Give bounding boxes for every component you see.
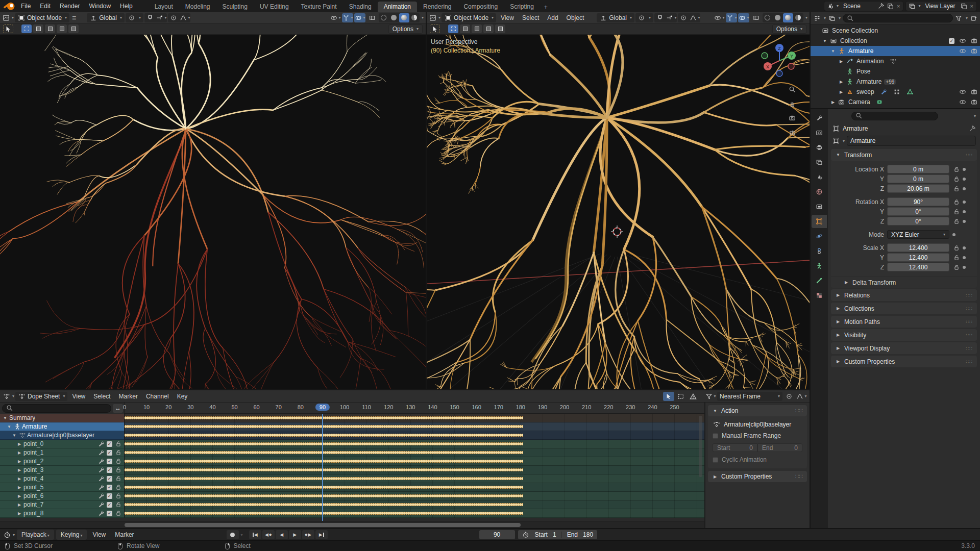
channel-enable-checkbox[interactable]: ✓ — [107, 459, 112, 464]
viewport-right-canvas[interactable]: User Perspective (90) Collection | Armat… — [427, 35, 810, 389]
dopesheet-menu-marker[interactable]: Marker — [115, 393, 141, 400]
outliner-editor-icon[interactable] — [813, 14, 821, 22]
jump-to-start-button[interactable]: ◀ — [249, 530, 261, 539]
expand-icon[interactable]: ▶ — [830, 100, 836, 105]
properties-tab-object-data[interactable] — [812, 259, 827, 272]
chevron-down-icon[interactable]: ▾ — [824, 16, 826, 20]
action-panel-header[interactable]: ▼ Action ∷∷ — [708, 405, 807, 416]
viewport-editor-icon[interactable] — [2, 14, 10, 21]
jump-to-end-button[interactable]: ▶ — [315, 530, 328, 539]
new-collection-icon[interactable] — [970, 14, 977, 22]
expand-icon[interactable]: ▶ — [16, 450, 22, 455]
hide-eye-toggle[interactable] — [959, 98, 966, 106]
object-name-field[interactable]: Armature — [847, 136, 976, 146]
expand-icon[interactable]: ▼ — [822, 39, 828, 43]
play-reverse-button[interactable]: ◀ — [276, 530, 288, 539]
transform-value-field[interactable]: 12.400 — [887, 243, 949, 252]
channel-lock-icon[interactable] — [114, 440, 122, 448]
animate-dot[interactable] — [963, 256, 966, 259]
snap-target-dropdown[interactable]: ▾ — [156, 13, 167, 22]
expand-icon[interactable]: ▼ — [6, 424, 12, 429]
panel-drag-dots[interactable]: ∷∷ — [966, 359, 973, 364]
outliner-row-armature[interactable]: ▼Armature — [811, 46, 980, 56]
properties-tab-bone[interactable] — [812, 274, 827, 287]
show-overlays-toggle[interactable]: ▾ — [354, 13, 365, 22]
expand-icon[interactable]: ▶ — [16, 477, 22, 481]
viewport-menu-select[interactable]: Select — [519, 14, 543, 21]
transform-value-field[interactable]: 0° — [887, 207, 949, 216]
channel-label[interactable]: ▼Armature|clip0|baselayer — [0, 431, 125, 440]
viewport-options-button[interactable]: Options▾ — [772, 24, 806, 34]
viewport-menu-add[interactable]: Add — [544, 14, 561, 21]
outliner-row-sweep[interactable]: ▶sweep — [811, 87, 980, 97]
only-errors-button[interactable] — [688, 392, 699, 401]
channel-keyframe-strip[interactable] — [125, 457, 704, 466]
lock-icon[interactable] — [952, 198, 960, 206]
outliner-row-collection[interactable]: ▼Collection✓ — [811, 36, 980, 46]
modifier-icon[interactable] — [97, 466, 105, 474]
channel-label[interactable]: ▶point_3✓ — [0, 466, 125, 474]
lock-icon[interactable] — [952, 254, 960, 261]
channel-search-input[interactable] — [2, 404, 111, 413]
horizontal-scrollbar-track[interactable] — [0, 521, 704, 528]
tab-scripting[interactable]: Scripting — [504, 2, 540, 12]
frame-ruler[interactable]: 0102030405060708010011012013014015016017… — [125, 403, 704, 414]
snap-target-dropdown[interactable]: ▾ — [666, 13, 677, 22]
outliner-row-scene-collection[interactable]: Scene Collection — [811, 26, 980, 36]
lock-icon[interactable] — [952, 208, 960, 215]
scene-name[interactable]: Scene — [840, 3, 876, 10]
panel-drag-dots[interactable]: ∷∷ — [966, 153, 973, 158]
transform-value-field[interactable]: 0 m — [887, 165, 949, 173]
animate-dot[interactable] — [963, 210, 966, 213]
chevron-down-icon[interactable]: ▾ — [966, 16, 968, 20]
panel-drag-dots[interactable]: ∷∷ — [966, 319, 973, 324]
active-tool-button[interactable] — [430, 24, 440, 33]
grid-ortho-icon[interactable] — [789, 129, 796, 136]
render-visibility-toggle[interactable] — [970, 37, 978, 45]
outliner-row-camera[interactable]: ▶Camera — [811, 97, 980, 107]
properties-tab-collection[interactable] — [812, 200, 827, 213]
horizontal-scrollbar-thumb[interactable] — [125, 523, 521, 527]
proportional-falloff-dropdown[interactable]: ▾ — [689, 13, 700, 22]
expand-icon[interactable]: ▶ — [16, 494, 22, 498]
channel-keyframe-strip[interactable] — [125, 431, 704, 440]
menu-file[interactable]: File — [16, 1, 35, 11]
select-mode-2-button[interactable] — [472, 24, 482, 33]
animate-dot[interactable] — [963, 201, 966, 204]
proportional-edit-toggle[interactable] — [168, 13, 179, 22]
expand-width-button[interactable]: ↔ — [113, 404, 123, 413]
properties-tab-physics[interactable] — [812, 230, 827, 243]
camera-view-icon[interactable] — [789, 114, 796, 122]
select-mode-0-button[interactable] — [21, 24, 32, 33]
properties-tab-world[interactable] — [812, 185, 827, 198]
shading-rendered-button[interactable] — [409, 13, 420, 22]
channel-keyframe-strip[interactable] — [125, 509, 704, 518]
menu-window[interactable]: Window — [84, 1, 115, 11]
channel-lock-icon[interactable] — [114, 475, 122, 483]
visibility-dropdown[interactable]: ▾ — [330, 13, 341, 22]
breadcrumb-object-name[interactable]: Armature — [843, 125, 868, 132]
expand-icon[interactable]: ▼ — [2, 416, 8, 420]
close-icon[interactable]: × — [969, 3, 974, 9]
panel-header[interactable]: ▶Collections∷∷ — [831, 303, 977, 314]
channel-lock-icon[interactable] — [114, 484, 122, 491]
show-overlays-toggle[interactable]: ▾ — [738, 13, 749, 22]
xray-toggle[interactable] — [366, 13, 378, 22]
animate-dot[interactable] — [963, 246, 966, 249]
play-button[interactable]: ▶ — [289, 530, 301, 539]
proportional-edit-toggle[interactable] — [678, 13, 689, 22]
playhead-line[interactable] — [322, 414, 323, 528]
vertical-scrollbar[interactable] — [699, 416, 702, 477]
channel-keyframe-strip[interactable] — [125, 448, 704, 457]
add-workspace-button[interactable]: + — [540, 2, 552, 12]
manual-frame-range-row[interactable]: Manual Frame Range — [713, 432, 802, 439]
tab-shading[interactable]: Shading — [343, 2, 378, 12]
channel-label[interactable]: ▶point_7✓ — [0, 500, 125, 509]
transform-orientation-dropdown[interactable]: Global▾ — [597, 13, 634, 22]
channel-label[interactable]: ▶point_2✓ — [0, 457, 125, 466]
channel-label[interactable]: ▼Armature — [0, 422, 125, 431]
copy-icon[interactable] — [887, 2, 894, 10]
select-mode-4-button[interactable] — [68, 24, 79, 33]
transform-value-field[interactable]: 20.06 m — [887, 184, 949, 193]
collapsed-menus-button[interactable]: ≡ — [70, 13, 78, 22]
